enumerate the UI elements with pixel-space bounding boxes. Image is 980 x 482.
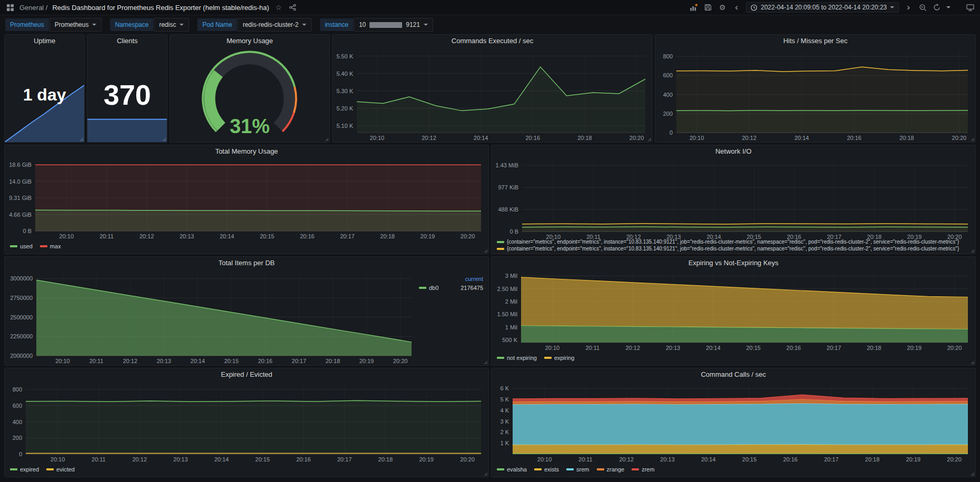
- legend-item[interactable]: evicted: [46, 466, 75, 473]
- chart-legend: expiredevicted: [5, 464, 488, 477]
- cycle-view-icon[interactable]: [965, 3, 975, 12]
- variable-value-dropdown[interactable]: 10 9121: [354, 18, 433, 32]
- panel-resize-handle[interactable]: [325, 137, 328, 141]
- total-items-chart[interactable]: 2000000225000025000002750000300000020:10…: [5, 269, 419, 365]
- panel-title[interactable]: Expired / Evicted: [5, 368, 488, 381]
- expiring-keys-chart[interactable]: 500 K1 Mil1.50 Mil2 Mil2.50 Mil3 Mil20:1…: [492, 269, 975, 352]
- svg-text:3000000: 3000000: [10, 275, 33, 282]
- svg-text:5.10 K: 5.10 K: [336, 123, 353, 129]
- svg-text:20:12: 20:12: [139, 233, 154, 239]
- panel-resize-handle[interactable]: [971, 360, 974, 364]
- settings-gear-icon[interactable]: ⚙: [717, 3, 727, 12]
- refresh-icon[interactable]: [932, 3, 942, 12]
- legend-label: srem: [576, 466, 589, 473]
- panel-title[interactable]: Expiring vs Not-Expiring Keys: [492, 257, 975, 269]
- hits-misses-chart[interactable]: 020040060080020:1020:1220:1420:1620:1820…: [655, 47, 975, 142]
- time-range-picker[interactable]: 2022-04-14 20:09:05 to 2022-04-14 20:20:…: [746, 2, 899, 13]
- chart-legend-table: currentdb02176475: [419, 269, 488, 365]
- zoom-out-icon[interactable]: [918, 3, 927, 12]
- svg-text:977 KiB: 977 KiB: [498, 184, 518, 190]
- svg-text:5.50 K: 5.50 K: [336, 53, 353, 59]
- legend-color-swatch: [10, 468, 17, 470]
- svg-text:20:16: 20:16: [300, 233, 315, 239]
- command-calls-chart[interactable]: 1 K2 K3 K4 K5 K6 K20:1020:1120:1220:1320…: [492, 381, 975, 464]
- panel-clients: Clients 370: [87, 34, 167, 143]
- legend-item[interactable]: zrem: [632, 466, 654, 473]
- uptime-sparkline[interactable]: [5, 47, 84, 142]
- legend-label: expired: [20, 466, 39, 473]
- svg-text:4.66 GiB: 4.66 GiB: [9, 212, 32, 218]
- svg-text:18.6 GiB: 18.6 GiB: [9, 162, 32, 168]
- legend-color-swatch: [497, 241, 504, 243]
- legend-item[interactable]: used: [10, 243, 33, 249]
- panel-resize-handle[interactable]: [79, 137, 83, 141]
- dashboard-title[interactable]: Redis Dashboard for Prometheus Redis Exp…: [52, 4, 269, 12]
- panel-resize-handle[interactable]: [484, 249, 487, 253]
- panel-resize-handle[interactable]: [971, 137, 974, 141]
- legend-item[interactable]: exists: [534, 466, 559, 473]
- svg-text:20:14: 20:14: [214, 456, 229, 463]
- svg-text:9.31 GiB: 9.31 GiB: [9, 195, 32, 201]
- variable-value-dropdown[interactable]: redis-redis-cluster-2: [237, 18, 312, 32]
- expired-evicted-chart[interactable]: 020040060080020:1020:1120:1220:1320:1420…: [5, 381, 488, 464]
- panel-resize-handle[interactable]: [971, 249, 974, 253]
- legend-item[interactable]: srem: [566, 466, 589, 473]
- time-back-icon[interactable]: ‹: [732, 3, 741, 12]
- svg-text:20:20: 20:20: [947, 234, 962, 240]
- chart-legend: {container="metrics", endpoint="metrics"…: [492, 239, 975, 254]
- panel-title[interactable]: Memory Usage: [170, 35, 329, 47]
- panel-resize-handle[interactable]: [971, 472, 974, 476]
- star-icon[interactable]: ☆: [274, 3, 283, 12]
- breadcrumb-folder[interactable]: General /: [19, 4, 47, 12]
- svg-text:20:14: 20:14: [706, 345, 721, 351]
- panel-title[interactable]: Uptime: [5, 35, 84, 47]
- panel-title[interactable]: Commands Executed / sec: [333, 35, 653, 47]
- save-icon[interactable]: [703, 3, 713, 12]
- svg-text:20:19: 20:19: [907, 345, 922, 351]
- legend-item[interactable]: evalsha: [497, 466, 527, 473]
- panel-title[interactable]: Hits / Misses per Sec: [655, 35, 975, 47]
- legend-item[interactable]: {container="metrics", endpoint="metrics"…: [497, 246, 959, 252]
- svg-text:20:17: 20:17: [337, 456, 352, 463]
- variable-label: Namespace: [110, 18, 153, 31]
- svg-text:1 K: 1 K: [500, 440, 509, 446]
- commands-executed-chart[interactable]: 5.10 K5.20 K5.30 K5.40 K5.50 K20:1020:12…: [333, 47, 653, 142]
- legend-series-row[interactable]: db02176475: [419, 285, 483, 291]
- svg-text:20:20: 20:20: [461, 233, 475, 239]
- panel-resize-handle[interactable]: [484, 472, 487, 476]
- panel-resize-handle[interactable]: [162, 137, 166, 141]
- svg-text:20:11: 20:11: [99, 233, 114, 239]
- legend-item[interactable]: not expiring: [497, 355, 537, 361]
- total-memory-chart[interactable]: 0 B4.66 GiB9.31 GiB14.0 GiB18.6 GiB20:10…: [5, 158, 488, 240]
- legend-item[interactable]: zrange: [597, 466, 625, 473]
- panel-resize-handle[interactable]: [647, 137, 651, 141]
- panel-resize-handle[interactable]: [484, 360, 487, 364]
- panel-title[interactable]: Command Calls / sec: [492, 368, 975, 381]
- time-forward-icon[interactable]: ›: [904, 3, 913, 12]
- legend-item[interactable]: expiring: [544, 355, 575, 361]
- panel-title[interactable]: Clients: [87, 35, 167, 47]
- variable-value-dropdown[interactable]: Prometheus: [49, 18, 102, 32]
- network-io-chart[interactable]: 0 B488 KiB977 KiB1.43 MiB20:1020:1120:12…: [492, 158, 975, 239]
- apps-grid-icon[interactable]: [5, 3, 15, 12]
- panel-title[interactable]: Total Items per DB: [5, 257, 488, 269]
- panel-title[interactable]: Network I/O: [492, 145, 975, 158]
- variable-value-prefix: 10: [359, 21, 366, 28]
- add-panel-icon[interactable]: [689, 3, 698, 12]
- refresh-interval-caret-icon[interactable]: [946, 6, 951, 8]
- svg-text:14.0 GiB: 14.0 GiB: [9, 178, 32, 185]
- share-icon[interactable]: [288, 3, 297, 12]
- svg-text:20:14: 20:14: [701, 456, 716, 463]
- legend-item[interactable]: expired: [10, 466, 39, 473]
- variable-value-dropdown[interactable]: redisc: [154, 18, 189, 32]
- clients-sparkline[interactable]: [87, 47, 167, 142]
- memory-usage-gauge[interactable]: [170, 47, 329, 142]
- svg-text:400: 400: [13, 419, 22, 425]
- svg-text:2000000: 2000000: [10, 353, 33, 359]
- legend-color-swatch: [497, 248, 504, 250]
- panel-total-memory: Total Memory Usage 0 B4.66 GiB9.31 GiB14…: [4, 145, 489, 254]
- variable-value-text: redis-redis-cluster-2: [243, 21, 298, 28]
- legend-item[interactable]: max: [40, 243, 61, 249]
- panel-title[interactable]: Total Memory Usage: [5, 145, 488, 158]
- nav-left: General / Redis Dashboard for Prometheus…: [5, 3, 297, 12]
